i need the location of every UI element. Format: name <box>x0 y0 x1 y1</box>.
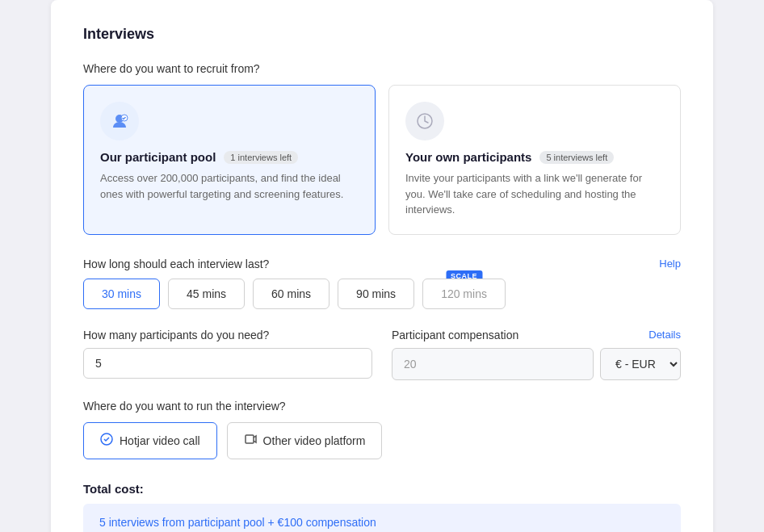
participant-pool-icon <box>100 102 139 140</box>
duration-section: How long should each interview last? Hel… <box>83 258 681 309</box>
compensation-label: Participant compensation Details <box>392 329 681 341</box>
total-cost-section: Total cost: 5 interviews from participan… <box>83 482 681 533</box>
currency-select[interactable]: € - EUR $ - USD £ - GBP <box>600 348 681 380</box>
duration-90[interactable]: 90 mins <box>338 279 414 309</box>
recruit-own-participants[interactable]: Your own participants 5 interviews left … <box>388 85 681 235</box>
duration-45[interactable]: 45 mins <box>168 279 245 309</box>
own-title: Your own participants <box>405 150 531 164</box>
hotjar-video-label: Hotjar video call <box>120 434 200 447</box>
compensation-input-row: € - EUR $ - USD £ - GBP <box>392 348 681 380</box>
pool-desc: Access over 200,000 participants, and fi… <box>100 170 359 202</box>
video-section: Where do you want to run the interview? … <box>83 400 681 459</box>
pool-title: Our participant pool <box>100 150 216 164</box>
pool-badge: 1 interviews left <box>224 151 298 164</box>
other-video-btn[interactable]: Other video platform <box>227 422 383 459</box>
compensation-group: Participant compensation Details € - EUR… <box>392 329 681 380</box>
duration-header: How long should each interview last? Hel… <box>83 258 681 270</box>
page-title: Interviews <box>83 26 681 43</box>
hotjar-icon <box>100 433 113 449</box>
own-desc: Invite your participants with a link we'… <box>405 170 664 218</box>
video-label: Where do you want to run the interview? <box>83 400 681 413</box>
other-video-label: Other video platform <box>263 434 366 447</box>
recruit-participant-pool[interactable]: Our participant pool 1 interviews left A… <box>83 85 376 235</box>
duration-120-wrapper: SCALE 120 mins <box>422 279 506 309</box>
own-title-row: Your own participants 5 interviews left <box>405 150 664 164</box>
total-cost-box: 5 interviews from participant pool + €10… <box>83 504 681 533</box>
duration-60[interactable]: 60 mins <box>253 279 330 309</box>
compensation-input[interactable] <box>392 348 594 380</box>
recruit-label: Where do you want to recruit from? <box>83 62 681 75</box>
help-link[interactable]: Help <box>659 258 681 270</box>
main-card: Interviews Where do you want to recruit … <box>51 0 713 532</box>
svg-rect-6 <box>246 435 254 443</box>
own-badge: 5 interviews left <box>539 151 614 164</box>
duration-options: 30 mins 45 mins 60 mins 90 mins SCALE 12… <box>83 279 681 309</box>
pool-title-row: Our participant pool 1 interviews left <box>100 150 359 164</box>
hotjar-video-btn[interactable]: Hotjar video call <box>83 422 217 459</box>
duration-120[interactable]: 120 mins <box>422 279 506 309</box>
video-options: Hotjar video call Other video platform <box>83 422 681 459</box>
details-link[interactable]: Details <box>649 329 681 341</box>
participants-compensation-row: How many participants do you need? Parti… <box>83 329 681 380</box>
duration-label: How long should each interview last? <box>83 258 269 270</box>
participants-input[interactable] <box>83 348 372 379</box>
recruit-options: Our participant pool 1 interviews left A… <box>83 85 681 235</box>
participants-label: How many participants do you need? <box>83 329 372 341</box>
duration-30[interactable]: 30 mins <box>83 279 160 309</box>
total-cost-label: Total cost: <box>83 482 681 496</box>
total-cost-text: 5 interviews from participant pool + €10… <box>99 516 376 529</box>
participants-group: How many participants do you need? <box>83 329 372 380</box>
own-participants-icon <box>405 102 444 140</box>
other-video-icon <box>244 433 257 449</box>
